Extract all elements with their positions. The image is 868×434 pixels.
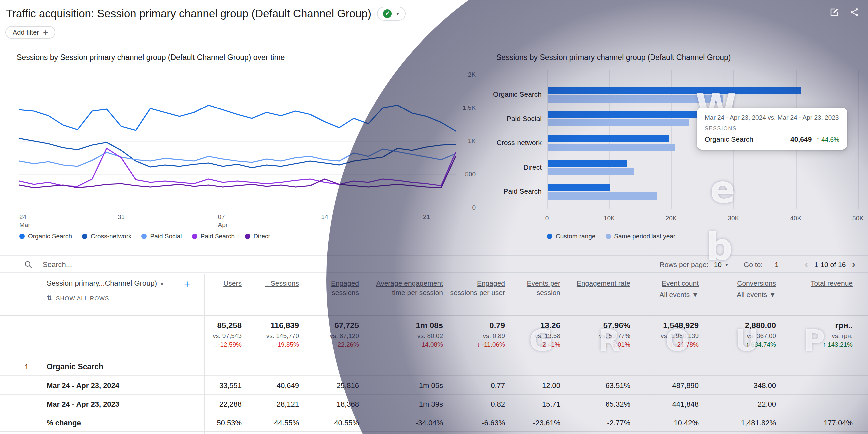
cell-mar-24-apr-23-2023-engaged-sessions: 18,368	[304, 395, 364, 413]
bar-x-tick-label: 50K	[852, 214, 864, 222]
cell-mar-24-apr-23-2023-engagement-rate: 65.32%	[565, 395, 636, 413]
column-header-engaged-sessions-per-user[interactable]: Engaged sessions per user	[448, 274, 510, 315]
check-circle-icon: ✓	[383, 9, 392, 18]
cell-mar-24-apr-23-2023-sessions: 28,121	[247, 395, 304, 413]
table-totals-row: 85,258vs. 97,543↓ -12.59%116,839vs. 145,…	[0, 315, 868, 357]
goto-group: Go to:	[744, 260, 785, 268]
bar-custom-range-organic-search[interactable]	[548, 87, 800, 94]
cell-mar-24-apr-23-2024-users: 33,551	[204, 376, 247, 395]
bar-chart-legend: Custom rangeSame period last year	[547, 232, 676, 240]
column-header-conversions[interactable]: ConversionsAll events ▼	[704, 274, 781, 315]
bar-x-tick-label: 40K	[790, 214, 801, 222]
table-search	[24, 256, 216, 273]
prev-page-button[interactable]: ‹	[800, 259, 813, 270]
cell-mar-24-apr-23-2024-conversions: 348.00	[704, 376, 781, 395]
tooltip-delta: ↑ 44.6%	[816, 136, 839, 143]
cell-change-average-engagement-time-per-session: -34.04%	[364, 413, 448, 432]
legend-label: Paid Social	[150, 232, 182, 240]
column-header-event-count[interactable]: Event countAll events ▼	[636, 274, 704, 315]
chart-tooltip: Mar 24 - Apr 23, 2024 vs. Mar 24 - Apr 2…	[697, 108, 847, 150]
legend-label: Custom range	[556, 232, 595, 240]
line-chart-svg	[19, 74, 456, 208]
table-row-organic-search[interactable]: 1Organic Search	[0, 357, 868, 375]
add-dimension-button[interactable]: +	[184, 278, 190, 290]
cell-change-engaged-sessions: 40.55%	[304, 413, 364, 432]
goto-page-input[interactable]	[768, 260, 785, 268]
bar-custom-range-direct[interactable]	[548, 159, 626, 167]
bar-category-label: Paid Search	[468, 187, 541, 195]
cell-change-events-per-session: -23.61%	[510, 413, 565, 432]
share-icon[interactable]	[849, 7, 859, 17]
legend-label: Organic Search	[28, 232, 72, 240]
column-header-total-revenue[interactable]: Total revenue	[781, 274, 858, 315]
column-divider	[204, 274, 205, 434]
sessions-over-time-chart	[19, 74, 456, 208]
bar-custom-range-paid-social[interactable]	[548, 111, 698, 118]
search-input[interactable]	[43, 260, 216, 268]
totals-engagement-rate: 57.96%vs. 59.77%↓ -3.01%	[565, 315, 636, 357]
bar-same-period-last-year-direct[interactable]	[548, 168, 634, 175]
legend-label: Direct	[253, 232, 270, 240]
show-all-rows-button[interactable]: ⇅ SHOW ALL ROWS	[46, 294, 204, 302]
bar-group-paid-social	[548, 111, 698, 127]
next-page-button[interactable]: ›	[847, 259, 860, 270]
totals-delta: ↓ -22.26%	[304, 341, 359, 348]
add-filter-button[interactable]: Add filter +	[5, 26, 55, 39]
legend-item-cross-network: Cross-network	[82, 232, 131, 240]
totals-value: 0.79	[448, 321, 505, 330]
totals-delta: ↓ -21.78%	[636, 341, 699, 348]
legend-label: Cross-network	[91, 232, 131, 240]
bar-custom-range-cross-network[interactable]	[548, 135, 670, 142]
rows-per-page-select[interactable]: 10 ▼	[714, 260, 729, 268]
bar-same-period-last-year-organic-search[interactable]	[548, 95, 722, 102]
column-filter-select[interactable]: All events ▼	[636, 290, 699, 299]
sub-row-mar-24-apr-23-2024: Mar 24 - Apr 23, 202433,55140,64925,8161…	[0, 375, 868, 394]
column-header-label: Events per session	[527, 279, 560, 296]
line-x-tick-label: 24Mar	[19, 213, 30, 229]
table-header-row: Session primary...Channel Group)▼ + ⇅ SH…	[0, 274, 868, 315]
bar-same-period-last-year-cross-network[interactable]	[548, 143, 676, 151]
totals-value: 1,548,929	[636, 321, 699, 330]
tooltip-value: 40,649	[790, 135, 812, 143]
totals-delta: ↓ -3.01%	[565, 341, 630, 348]
cell-mar-24-apr-23-2024-event-count: 487,890	[636, 376, 704, 395]
totals-value: 57.96%	[565, 321, 630, 330]
bar-category-label: Direct	[468, 163, 541, 171]
totals-conversions: 2,880.00vs. 367.00↑ 684.74%	[704, 315, 781, 357]
totals-delta: ↓ -14.08%	[364, 341, 443, 348]
bar-custom-range-paid-search[interactable]	[548, 184, 610, 191]
legend-dot	[142, 233, 147, 239]
totals-delta: ↓ -11.06%	[448, 341, 505, 348]
totals-total-revenue: грн..vs. грн.↑ 143.21%	[781, 315, 858, 357]
column-filter-select[interactable]: All events ▼	[704, 290, 776, 299]
sub-row-mar-24-apr-23-2023: Mar 24 - Apr 23, 202322,28828,12118,3681…	[0, 394, 868, 413]
totals-value: 13.26	[510, 321, 560, 330]
cell-mar-24-apr-23-2023-events-per-session: 15.71	[510, 395, 565, 413]
column-header-users[interactable]: Users	[204, 274, 247, 315]
cell-change-sessions: 44.55%	[247, 413, 304, 432]
rows-per-page-value: 10	[714, 260, 722, 268]
column-header-label: Total revenue	[811, 279, 853, 287]
column-header-sessions[interactable]: ↓ Sessions	[247, 274, 304, 315]
sub-row-label: % change	[0, 413, 204, 432]
page-header: Traffic acquisition: Session primary cha…	[0, 0, 868, 27]
report-status-pill[interactable]: ✓ ▼	[377, 6, 406, 20]
column-header-engagement-rate[interactable]: Engagement rate	[565, 274, 636, 315]
line-series-paid-search	[19, 148, 456, 187]
dimension-selector[interactable]: Session primary...Channel Group)	[46, 279, 157, 287]
bar-same-period-last-year-paid-social[interactable]	[548, 119, 689, 127]
legend-label: Same period last year	[614, 232, 676, 240]
bar-same-period-last-year-paid-search[interactable]	[548, 192, 658, 199]
bar-category-label: Organic Search	[468, 90, 541, 98]
legend-item-organic-search: Organic Search	[19, 232, 72, 240]
edit-report-icon[interactable]	[829, 7, 839, 17]
cell-mar-24-apr-23-2024-engaged-sessions-per-user: 0.77	[448, 376, 510, 395]
totals-average-engagement-time-per-session: 1m 08svs. 80.02↓ -14.08%	[364, 315, 448, 357]
column-header-average-engagement-time-per-session[interactable]: Average engagement time per session	[364, 274, 448, 315]
cell-mar-24-apr-23-2023-event-count: 441,848	[636, 395, 704, 413]
column-header-events-per-session[interactable]: Events per session	[510, 274, 565, 315]
legend-item-paid-social: Paid Social	[142, 232, 182, 240]
totals-delta: ↓ -2.41%	[510, 341, 560, 348]
column-header-engaged-sessions[interactable]: Engaged sessions	[304, 274, 364, 315]
chevron-down-icon: ▼	[724, 262, 729, 267]
